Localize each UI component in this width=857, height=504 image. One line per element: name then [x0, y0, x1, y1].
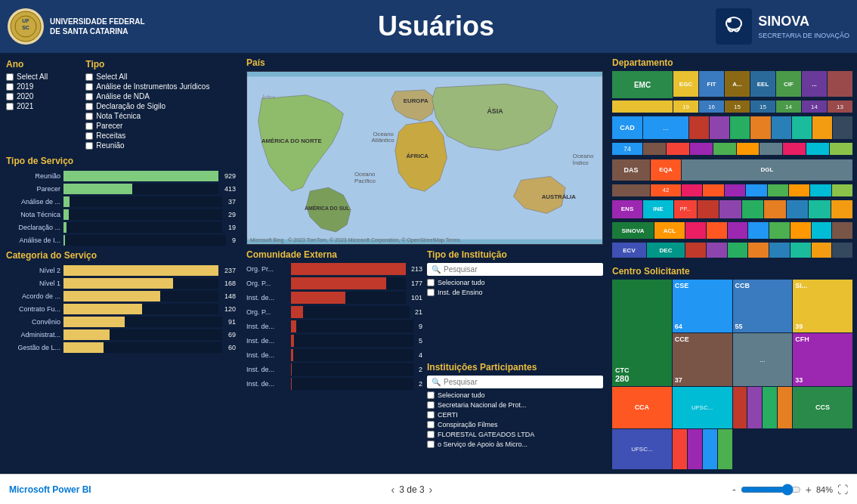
zoom-slider[interactable] [741, 484, 801, 496]
pais-section: País AMÉR [246, 57, 603, 245]
tipo-select-all[interactable]: Select All [85, 73, 236, 81]
sinova-emblem [716, 8, 752, 45]
tipo-servico-title: Tipo de Serviço [6, 156, 236, 166]
svg-text:Pacífico: Pacífico [354, 178, 376, 184]
svg-text:UF: UF [22, 18, 29, 23]
tipo-inst-title: Tipo de Instituição [427, 249, 603, 260]
expand-button[interactable]: ⛶ [837, 484, 848, 496]
categoria-servico-chart: Nível 2 237 Nível 1 168 Acordo de ... [6, 265, 236, 353]
bottom-middle: Comunidade Externa Org. Pr... 213 Org. P… [246, 249, 603, 469]
zoom-level: 84% [816, 485, 833, 494]
svg-text:Oceano: Oceano [354, 171, 376, 178]
page-indicator: 3 de 3 [399, 484, 424, 495]
centro-treemap: CTC 280 CSE64 CCB55 SI...39 CCE37 ... CF… [612, 280, 852, 470]
nav-controls: ‹ 3 de 3 › [97, 484, 726, 496]
tipo-inst-select-all-check[interactable] [427, 279, 435, 286]
tipo-inst-list: Selecionar tudo Inst. de Ensino [427, 279, 603, 296]
map-attribution: Microsoft Bing © 2023 TomTom, © 2023 Mic… [250, 237, 460, 243]
svg-text:Ártico: Ártico [262, 94, 276, 100]
ano-2019-label: 2019 [17, 82, 33, 91]
bar-row-declaracao: Declaração ... 19 [6, 222, 236, 233]
right-filters: Tipo de Instituição 🔍 Selecionar tudo In… [427, 249, 603, 469]
ano-2021-checkbox[interactable] [6, 103, 14, 110]
svg-text:AMÉRICA DO NORTE: AMÉRICA DO NORTE [261, 138, 322, 144]
zoom-controls: - + 84% ⛶ [732, 484, 848, 496]
tipo-select-all-checkbox[interactable] [85, 73, 93, 81]
zoom-out-button[interactable]: - [732, 484, 736, 496]
ano-title: Ano [6, 59, 81, 70]
search-icon: 🔍 [432, 265, 441, 274]
departamento-title: Departamento [612, 57, 852, 68]
centro-title: Centro Solicitante [612, 266, 852, 277]
inst-part-search-box[interactable]: 🔍 [427, 376, 603, 388]
bar-row-analise: Análise de ... 37 [6, 196, 236, 207]
ufsc-logo: UF SC UNIVERSIDADE FEDERAL DE SANTA CATA… [8, 8, 159, 45]
inst-participantes-section: Instituições Participantes 🔍 Selecionar … [427, 362, 603, 470]
prev-page-button[interactable]: ‹ [391, 484, 395, 496]
centro-cca: CCA [612, 387, 672, 428]
tipo-filter: Tipo Select All Análise de Instrumentos … [85, 59, 236, 151]
centro-cse: CSE64 [673, 280, 732, 332]
svg-text:ÁFRICA: ÁFRICA [406, 153, 428, 159]
comunidade-externa-section: Comunidade Externa Org. Pr... 213 Org. P… [246, 249, 422, 469]
tipo-servico-section: Tipo de Serviço Reunião 929 Parecer 413 [6, 156, 236, 246]
centro-dots: ... [733, 333, 793, 386]
svg-text:AUSTRÁLIA: AUSTRÁLIA [542, 193, 577, 200]
inst-part-search-input[interactable] [444, 378, 599, 386]
ano-2021[interactable]: 2021 [6, 102, 81, 110]
tipo-inst-search-input[interactable] [444, 265, 599, 274]
departamento-section: Departamento EMC EGC FIT A... EEL CIF ..… [612, 57, 852, 261]
ufsc-emblem: UF SC [8, 8, 44, 45]
centro-ctc: CTC 280 [612, 280, 672, 387]
pais-title: País [246, 57, 603, 68]
bar-row-nota: Nota Técnica 29 [6, 209, 236, 220]
ano-2020-label: 2020 [17, 92, 33, 100]
centro-solicitante-section: Centro Solicitante CTC 280 CSE64 CCB55 S… [612, 266, 852, 470]
centro-ufsc2: UFSC... [612, 429, 672, 469]
tipo-inst-search-box[interactable]: 🔍 [427, 263, 603, 276]
centro-cce: CCE37 [673, 333, 732, 386]
world-map[interactable]: AMÉRICA DO NORTE AMÉRICA DO SUL ÁFRICA Á… [246, 71, 603, 245]
bottom-bar: Microsoft Power BI ‹ 3 de 3 › - + 84% ⛶ [0, 474, 857, 504]
filters-row: Ano Select All 2019 2020 2021 [6, 59, 236, 151]
bar-row-parecer: Parecer 413 [6, 184, 236, 194]
sinova-logo: SINOVA SECRETARIA DE INOVAÇÃO [713, 8, 849, 45]
next-page-button[interactable]: › [429, 484, 433, 496]
svg-text:SC: SC [22, 25, 29, 30]
comunidade-chart: Org. Pr... 213 Org. P... 177 [246, 263, 422, 390]
svg-text:Oceano: Oceano [573, 153, 594, 159]
tipo-servico-chart: Reunião 929 Parecer 413 Análise de ... [6, 171, 236, 246]
tipo-select-all-label: Select All [96, 73, 127, 81]
powerbi-link[interactable]: Microsoft Power BI [9, 484, 91, 495]
centro-ccs: CCS [793, 387, 852, 428]
categoria-servico-title: Categoria do Serviço [6, 250, 236, 261]
tipo-inst-item-0-check[interactable] [427, 289, 435, 296]
svg-text:AMÉRICA DO SUL: AMÉRICA DO SUL [305, 205, 349, 211]
centro-cfh: CFH33 [793, 333, 852, 386]
centro-ufsc1: UFSC... [673, 387, 732, 428]
ano-2020[interactable]: 2020 [6, 92, 81, 100]
middle-panel: País AMÉR [242, 53, 608, 474]
tipo-inst-select-all-label: Selecionar tudo [438, 279, 485, 286]
svg-text:Índico: Índico [573, 159, 589, 166]
ano-2019[interactable]: 2019 [6, 82, 81, 91]
ano-2021-label: 2021 [17, 102, 33, 110]
right-panel: Departamento EMC EGC FIT A... EEL CIF ..… [608, 53, 857, 474]
ano-2019-checkbox[interactable] [6, 83, 14, 91]
inst-part-list: Selecionar tudo Secretaria Nacional de P… [427, 391, 603, 448]
ano-select-all-checkbox[interactable] [6, 73, 14, 81]
main-content: Ano Select All 2019 2020 2021 [0, 53, 857, 474]
bar-row-analise2: Análise de I... 9 [6, 235, 236, 246]
tipo-instituicao-section: Tipo de Instituição 🔍 Selecionar tudo In… [427, 249, 603, 357]
comunidade-title: Comunidade Externa [246, 249, 422, 260]
inst-part-title: Instituições Participantes [427, 362, 603, 373]
ano-select-all-label: Select All [17, 73, 48, 81]
top-bar: UF SC UNIVERSIDADE FEDERAL DE SANTA CATA… [0, 0, 857, 53]
zoom-in-button[interactable]: + [806, 484, 812, 496]
tipo-title: Tipo [85, 59, 236, 70]
svg-text:Atlântico: Atlântico [372, 137, 395, 144]
ano-select-all[interactable]: Select All [6, 73, 81, 81]
svg-text:ÁSIA: ÁSIA [487, 107, 504, 115]
left-panel: Ano Select All 2019 2020 2021 [0, 53, 242, 474]
ano-2020-checkbox[interactable] [6, 93, 14, 100]
